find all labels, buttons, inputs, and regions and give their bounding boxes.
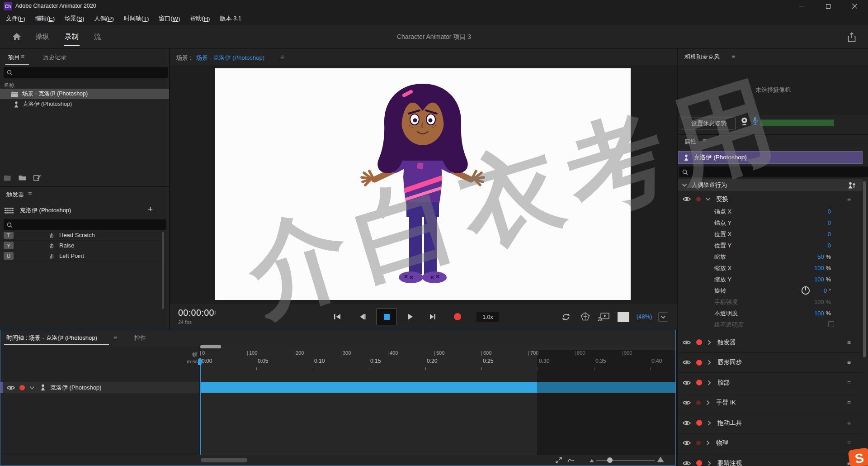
behavior-menu-icon[interactable]: ≡ [847, 420, 851, 426]
property-value[interactable]: 50 % [817, 253, 831, 260]
arm-record-dot[interactable] [696, 400, 701, 405]
next-frame-button[interactable] [429, 314, 436, 320]
behavior-menu-icon[interactable]: ≡ [847, 399, 851, 406]
trigger-row[interactable]: THead Scratch [0, 232, 163, 241]
property-value[interactable]: 0 [828, 242, 831, 249]
properties-scrollbar[interactable] [863, 181, 866, 357]
timeline-zoom-handle[interactable] [607, 457, 613, 463]
property-row-8[interactable]: 手柄强度100 % [678, 296, 863, 308]
controls-tab[interactable]: 控件 [134, 334, 146, 342]
menu-item-file[interactable]: 文件(F) [1, 12, 30, 25]
chevron-right-icon[interactable] [708, 340, 711, 345]
record-button[interactable] [454, 313, 461, 320]
behavior-row-6[interactable]: 眼睛注视≡ [678, 453, 863, 466]
property-row-4[interactable]: 缩放50 % [678, 251, 863, 262]
properties-search[interactable] [679, 166, 868, 177]
chevron-down-icon[interactable] [29, 386, 35, 390]
arm-record-dot[interactable] [696, 441, 701, 445]
property-value[interactable]: 100 % [814, 265, 831, 271]
eye-icon[interactable] [683, 380, 691, 385]
property-value[interactable]: 0 [828, 208, 831, 215]
group-opacity-checkbox[interactable] [828, 321, 834, 327]
project-search-input[interactable] [15, 69, 165, 76]
playback-speed[interactable]: 1.0x [476, 312, 499, 322]
eye-icon[interactable] [683, 420, 691, 426]
behavior-row-5[interactable]: 物理≡ [678, 433, 863, 454]
screen-cast-button[interactable] [598, 313, 609, 321]
chevron-right-icon[interactable] [706, 400, 710, 405]
fit-timeline-button[interactable] [556, 457, 562, 463]
project-item-scene[interactable]: 场景 - 克洛伊 (Photoshop) [0, 89, 169, 99]
scene-header-name[interactable]: 场景 - 克洛伊 (Photoshop) [196, 54, 264, 62]
menu-item-timeline[interactable]: 时间轴(T) [119, 12, 154, 25]
eye-icon[interactable] [683, 340, 691, 345]
chevron-down-icon[interactable] [705, 197, 711, 201]
property-row-9[interactable]: 不透明度100 % [678, 308, 863, 319]
maximize-button[interactable] [815, 0, 841, 12]
eye-icon[interactable] [7, 385, 15, 390]
eye-icon[interactable] [683, 461, 691, 466]
eye-icon[interactable] [683, 400, 691, 405]
calibrate-button[interactable] [580, 312, 590, 321]
property-value[interactable]: 100 % [814, 310, 831, 317]
chevron-right-icon[interactable] [708, 461, 711, 466]
zoom-dropdown-button[interactable] [658, 312, 668, 322]
add-behavior-button[interactable] [848, 182, 855, 189]
chevron-right-icon[interactable] [708, 380, 711, 385]
property-row-10[interactable]: 组不透明度 [678, 319, 863, 330]
behavior-row-0[interactable]: 触发器≡ [678, 333, 863, 353]
chevron-right-icon[interactable] [708, 360, 711, 365]
property-value[interactable]: 0 [828, 219, 831, 226]
triggers-search-input[interactable] [15, 221, 163, 228]
menu-item-help[interactable]: 帮助(H) [185, 12, 215, 25]
track-behaviors-section[interactable]: 人偶轨道行为 [678, 179, 863, 191]
arm-record-dot[interactable] [696, 339, 702, 345]
tab-project[interactable]: 项目 [8, 53, 20, 62]
menu-item-window[interactable]: 窗口(W) [154, 12, 185, 25]
behavior-row-3[interactable]: 手臂 IK≡ [678, 393, 863, 414]
eye-icon[interactable] [683, 440, 691, 446]
properties-search-input[interactable] [691, 168, 865, 176]
new-item-icon[interactable] [33, 174, 41, 181]
eye-icon[interactable] [683, 196, 691, 202]
behavior-menu-icon[interactable]: ≡ [847, 440, 851, 446]
project-panel-menu-icon[interactable]: ≡ [21, 53, 24, 60]
timeline-zoom-slider[interactable] [596, 460, 655, 461]
background-color-swatch[interactable] [618, 312, 629, 322]
microphone-toggle[interactable] [752, 117, 758, 125]
zoom-in-icon[interactable] [657, 456, 664, 462]
timeline-panel-menu-icon[interactable]: ≡ [113, 334, 117, 340]
property-value[interactable]: 0 ° [824, 287, 831, 294]
tab-history[interactable]: 历史记录 [43, 53, 66, 62]
play-button[interactable] [407, 313, 413, 320]
behavior-row-1[interactable]: 唇形同步≡ [678, 353, 863, 373]
arm-record-dot[interactable] [696, 197, 701, 201]
behavior-row-4[interactable]: 拖动工具≡ [678, 413, 863, 433]
triggers-puppet-row[interactable]: 克洛伊 (Photoshop) [0, 204, 169, 217]
arm-record-dot[interactable] [696, 460, 702, 466]
set-rest-pose-button[interactable]: 设置休息姿势 [682, 118, 736, 129]
transform-behavior-row[interactable]: 变换 ≡ [678, 194, 863, 204]
behavior-menu-icon[interactable]: ≡ [847, 339, 851, 346]
go-to-start-button[interactable] [334, 314, 341, 320]
behavior-menu-icon[interactable]: ≡ [847, 359, 851, 366]
property-row-3[interactable]: 位置 Y0 [678, 240, 863, 251]
loop-button[interactable] [561, 313, 571, 321]
timeline-mini-scrollbar[interactable] [200, 345, 221, 348]
new-folder-icon[interactable] [19, 175, 26, 181]
viewport-zoom-level[interactable]: (48%) [637, 313, 652, 320]
minimize-button[interactable] [788, 0, 815, 12]
triggers-panel-menu-icon[interactable]: ≡ [28, 190, 32, 197]
project-search[interactable] [4, 67, 168, 78]
close-button[interactable] [841, 0, 868, 12]
camera-panel-menu-icon[interactable]: ≡ [731, 53, 735, 59]
stop-button[interactable] [376, 308, 397, 325]
property-row-1[interactable]: 锚点 Y0 [678, 217, 863, 228]
scene-panel-menu-icon[interactable]: ≡ [280, 54, 284, 60]
property-value[interactable]: 0 [828, 231, 831, 238]
property-row-2[interactable]: 位置 X0 [678, 228, 863, 240]
timeline-tab[interactable]: 时间轴 : 场景 - 克洛伊 (Photoshop) [6, 334, 97, 342]
timeline-horizontal-scrollbar[interactable] [201, 458, 247, 462]
triggers-search[interactable] [4, 219, 166, 230]
eye-icon[interactable] [683, 360, 691, 365]
